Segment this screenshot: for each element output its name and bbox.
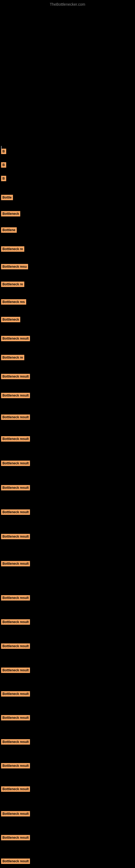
- result-item-14: Bottleneck result: [1, 374, 30, 379]
- result-item-7: Bottleneck re: [1, 246, 24, 252]
- result-badge-8: Bottleneck resu: [1, 264, 28, 269]
- result-badge-25: Bottleneck result: [1, 643, 30, 649]
- result-badge-20: Bottleneck result: [1, 509, 30, 515]
- site-title: TheBottlenecker.com: [0, 0, 135, 8]
- result-badge-4: Bottle: [1, 195, 13, 200]
- result-item-4: Bottle: [1, 195, 13, 200]
- result-badge-11: Bottleneck: [1, 317, 20, 322]
- result-item-23: Bottleneck result: [1, 595, 30, 600]
- result-badge-31: Bottleneck result: [1, 786, 30, 792]
- result-badge-26: Bottleneck result: [1, 668, 30, 673]
- result-badge-17: Bottleneck result: [1, 436, 30, 442]
- result-item-17: Bottleneck result: [1, 436, 30, 442]
- result-item-30: Bottleneck result: [1, 763, 30, 769]
- result-badge-2: B: [1, 162, 6, 167]
- result-item-11: Bottleneck: [1, 317, 20, 322]
- result-badge-16: Bottleneck result: [1, 414, 30, 420]
- result-item-34: Bottleneck result: [1, 859, 30, 864]
- result-badge-18: Bottleneck result: [1, 461, 30, 466]
- result-badge-9: Bottleneck re: [1, 282, 24, 287]
- result-badge-14: Bottleneck result: [1, 374, 30, 379]
- result-item-19: Bottleneck result: [1, 485, 30, 490]
- result-item-16: Bottleneck result: [1, 414, 30, 420]
- result-item-1: B: [1, 149, 6, 154]
- result-item-9: Bottleneck re: [1, 282, 24, 287]
- result-item-12: Bottleneck result: [1, 336, 30, 341]
- result-item-13: Bottleneck re: [1, 355, 24, 360]
- result-badge-15: Bottleneck result: [1, 393, 30, 398]
- result-item-8: Bottleneck resu: [1, 264, 28, 269]
- result-badge-27: Bottleneck result: [1, 691, 30, 696]
- result-item-25: Bottleneck result: [1, 643, 30, 649]
- vertical-indicator: [1, 146, 2, 150]
- result-badge-34: Bottleneck result: [1, 859, 30, 864]
- result-badge-28: Bottleneck result: [1, 715, 30, 720]
- result-badge-23: Bottleneck result: [1, 595, 30, 600]
- result-item-20: Bottleneck result: [1, 509, 30, 515]
- result-badge-30: Bottleneck result: [1, 763, 30, 769]
- result-item-29: Bottleneck result: [1, 739, 30, 745]
- result-item-24: Bottleneck result: [1, 619, 30, 625]
- result-badge-10: Bottleneck res: [1, 299, 26, 305]
- result-badge-32: Bottleneck result: [1, 811, 30, 816]
- result-item-26: Bottleneck result: [1, 668, 30, 673]
- result-item-31: Bottleneck result: [1, 786, 30, 792]
- result-item-22: Bottleneck result: [1, 561, 30, 566]
- result-badge-5: Bottleneck: [1, 211, 20, 216]
- result-item-2: B: [1, 162, 6, 167]
- result-item-5: Bottleneck: [1, 211, 20, 216]
- result-item-3: B: [1, 176, 6, 181]
- result-badge-29: Bottleneck result: [1, 739, 30, 745]
- result-badge-3: B: [1, 176, 6, 181]
- result-item-33: Bottleneck result: [1, 835, 30, 840]
- result-item-15: Bottleneck result: [1, 393, 30, 398]
- result-item-27: Bottleneck result: [1, 691, 30, 696]
- result-badge-7: Bottleneck re: [1, 246, 24, 252]
- result-item-18: Bottleneck result: [1, 461, 30, 466]
- result-item-32: Bottleneck result: [1, 811, 30, 816]
- result-badge-33: Bottleneck result: [1, 835, 30, 840]
- result-badge-22: Bottleneck result: [1, 561, 30, 566]
- result-item-21: Bottleneck result: [1, 534, 30, 539]
- result-item-6: Bottlene: [1, 227, 17, 233]
- result-badge-13: Bottleneck re: [1, 355, 24, 360]
- result-badge-1: B: [1, 149, 6, 154]
- result-badge-12: Bottleneck result: [1, 336, 30, 341]
- result-badge-24: Bottleneck result: [1, 619, 30, 625]
- result-item-10: Bottleneck res: [1, 299, 26, 305]
- result-badge-6: Bottlene: [1, 227, 17, 233]
- result-item-28: Bottleneck result: [1, 715, 30, 720]
- result-badge-21: Bottleneck result: [1, 534, 30, 539]
- result-badge-19: Bottleneck result: [1, 485, 30, 490]
